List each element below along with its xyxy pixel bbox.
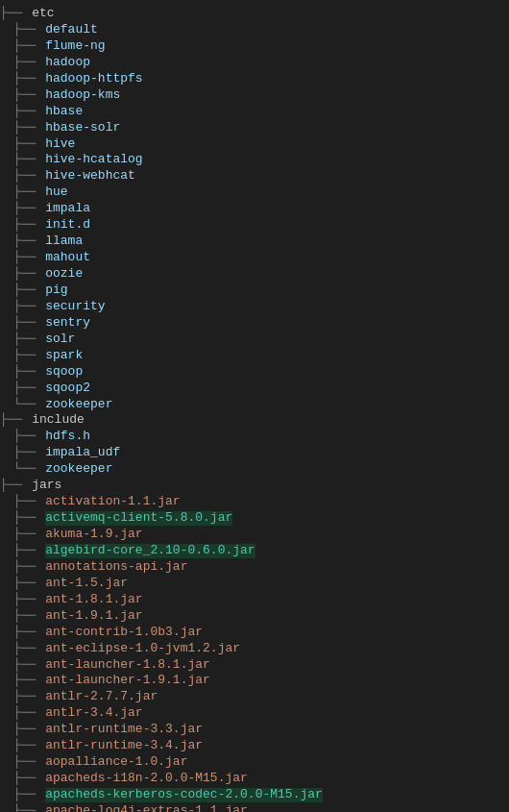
tree-item-antlr-2.7.7.jar[interactable]: ├── antlr-2.7.7.jar xyxy=(0,689,509,705)
tree-item-ant-launcher-1.8.1.jar[interactable]: ├── ant-launcher-1.8.1.jar xyxy=(0,657,509,674)
tree-item-hive-webhcat[interactable]: ├── hive-webhcat xyxy=(0,168,509,185)
tree-item-ant-1.5.jar[interactable]: ├── ant-1.5.jar xyxy=(0,576,509,592)
item-label[interactable]: algebird-core_2.10-0.6.0.jar xyxy=(45,544,254,558)
tree-item-ant-1.9.1.jar[interactable]: ├── ant-1.9.1.jar xyxy=(0,608,509,625)
tree-item-hive[interactable]: ├── hive xyxy=(0,136,509,153)
item-label[interactable]: flume-ng xyxy=(45,39,105,54)
item-label[interactable]: apacheds-kerberos-codec-2.0.0-M15.jar xyxy=(45,788,323,802)
tree-item-apacheds-kerberos-codec-2.0.0-M15.jar[interactable]: ├── apacheds-kerberos-codec-2.0.0-M15.ja… xyxy=(0,787,509,803)
item-label[interactable]: annotations-api.jar xyxy=(45,560,187,575)
tree-item-hbase[interactable]: ├── hbase xyxy=(0,104,509,120)
item-label[interactable]: hadoop-httpfs xyxy=(45,72,142,86)
tree-item-init.d[interactable]: ├── init.d xyxy=(0,217,509,234)
item-label[interactable]: antlr-runtime-3.3.jar xyxy=(45,723,203,737)
tree-item-include[interactable]: ├── include xyxy=(0,412,509,429)
item-label[interactable]: ant-contrib-1.0b3.jar xyxy=(45,626,203,640)
item-label[interactable]: ant-1.9.1.jar xyxy=(45,609,142,624)
item-label[interactable]: llama xyxy=(45,234,83,249)
tree-item-sqoop2[interactable]: ├── sqoop2 xyxy=(0,381,509,397)
tree-item-ant-contrib-1.0b3.jar[interactable]: ├── ant-contrib-1.0b3.jar xyxy=(0,625,509,641)
tree-item-llama[interactable]: ├── llama xyxy=(0,234,509,250)
item-label[interactable]: hbase-solr xyxy=(45,121,120,135)
item-label[interactable]: antlr-runtime-3.4.jar xyxy=(45,739,203,753)
tree-item-akuma-1.9.jar[interactable]: ├── akuma-1.9.jar xyxy=(0,527,509,543)
item-label[interactable]: jars xyxy=(32,479,61,493)
item-label[interactable]: include xyxy=(32,413,85,428)
tree-item-ant-eclipse-1.0-jvm1.2.jar[interactable]: ├── ant-eclipse-1.0-jvm1.2.jar xyxy=(0,641,509,657)
item-label[interactable]: mahout xyxy=(45,251,90,265)
item-label[interactable]: ant-launcher-1.9.1.jar xyxy=(45,674,210,688)
tree-item-flume-ng[interactable]: ├── flume-ng xyxy=(0,38,509,55)
item-label[interactable]: sqoop2 xyxy=(45,381,90,396)
item-label[interactable]: impala_udf xyxy=(45,446,120,460)
tree-item-antlr-runtime-3.3.jar[interactable]: ├── antlr-runtime-3.3.jar xyxy=(0,722,509,738)
tree-item-default[interactable]: ├── default xyxy=(0,22,509,38)
tree-item-impala[interactable]: ├── impala xyxy=(0,201,509,217)
tree-item-spark[interactable]: ├── spark xyxy=(0,348,509,364)
tree-item-pig[interactable]: ├── pig xyxy=(0,283,509,299)
item-label[interactable]: default xyxy=(45,23,98,37)
item-label[interactable]: ant-1.5.jar xyxy=(45,577,128,591)
tree-item-apache-log4j-extras-1.1.jar[interactable]: ├── apache-log4j-extras-1.1.jar xyxy=(0,803,509,812)
item-label[interactable]: hdfs.h xyxy=(45,430,90,444)
item-label[interactable]: ant-1.8.1.jar xyxy=(45,593,142,607)
tree-item-sentry[interactable]: ├── sentry xyxy=(0,315,509,332)
tree-item-hbase-solr[interactable]: ├── hbase-solr xyxy=(0,120,509,136)
tree-item-security[interactable]: ├── security xyxy=(0,299,509,315)
tree-item-aopalliance-1.0.jar[interactable]: ├── aopalliance-1.0.jar xyxy=(0,754,509,771)
tree-item-antlr-3.4.jar[interactable]: ├── antlr-3.4.jar xyxy=(0,705,509,722)
tree-item-activemq-client-5.8.0.jar[interactable]: ├── activemq-client-5.8.0.jar xyxy=(0,510,509,527)
item-label[interactable]: zookeeper xyxy=(45,462,112,477)
item-label[interactable]: akuma-1.9.jar xyxy=(45,528,142,542)
item-label[interactable]: activemq-client-5.8.0.jar xyxy=(45,511,232,526)
item-label[interactable]: hadoop-kms xyxy=(45,88,120,103)
tree-item-hadoop[interactable]: ├── hadoop xyxy=(0,55,509,71)
item-label[interactable]: hive xyxy=(45,137,75,152)
item-label[interactable]: zookeeper xyxy=(45,398,112,412)
item-label[interactable]: antlr-3.4.jar xyxy=(45,706,142,721)
tree-item-hue[interactable]: ├── hue xyxy=(0,185,509,201)
tree-item-zookeeper-include[interactable]: └── zookeeper xyxy=(0,461,509,478)
item-label[interactable]: hbase xyxy=(45,105,83,119)
tree-item-zookeeper-etc[interactable]: └── zookeeper xyxy=(0,397,509,413)
tree-item-activation-1.1.jar[interactable]: ├── activation-1.1.jar xyxy=(0,494,509,510)
item-label[interactable]: hue xyxy=(45,185,67,200)
tree-item-solr[interactable]: ├── solr xyxy=(0,332,509,348)
tree-item-hdfs.h[interactable]: ├── hdfs.h xyxy=(0,429,509,445)
item-label[interactable]: sqoop xyxy=(45,365,83,380)
item-label[interactable]: init.d xyxy=(45,218,90,233)
item-label[interactable]: pig xyxy=(45,283,67,298)
item-label[interactable]: antlr-2.7.7.jar xyxy=(45,690,158,704)
tree-item-jars[interactable]: ├── jars xyxy=(0,478,509,494)
tree-item-antlr-runtime-3.4.jar[interactable]: ├── antlr-runtime-3.4.jar xyxy=(0,738,509,754)
item-label[interactable]: impala xyxy=(45,202,90,216)
item-label[interactable]: apache-log4j-extras-1.1.jar xyxy=(45,804,248,812)
tree-item-sqoop[interactable]: ├── sqoop xyxy=(0,364,509,381)
tree-item-hadoop-kms[interactable]: ├── hadoop-kms xyxy=(0,87,509,104)
item-label[interactable]: aopalliance-1.0.jar xyxy=(45,755,187,770)
item-label[interactable]: oozie xyxy=(45,267,83,282)
item-label[interactable]: security xyxy=(45,300,105,314)
tree-item-apacheds-i18n-2.0.0-M15.jar[interactable]: ├── apacheds-i18n-2.0.0-M15.jar xyxy=(0,771,509,787)
item-label[interactable]: hive-webhcat xyxy=(45,169,135,184)
item-label[interactable]: solr xyxy=(45,332,75,347)
item-label[interactable]: apacheds-i18n-2.0.0-M15.jar xyxy=(45,772,248,786)
tree-item-oozie[interactable]: ├── oozie xyxy=(0,266,509,283)
tree-item-mahout[interactable]: ├── mahout xyxy=(0,250,509,266)
item-label[interactable]: ant-eclipse-1.0-jvm1.2.jar xyxy=(45,642,240,656)
tree-item-algebird-core_2.10-0.6.0.jar[interactable]: ├── algebird-core_2.10-0.6.0.jar xyxy=(0,543,509,559)
tree-item-hive-hcatalog[interactable]: ├── hive-hcatalog xyxy=(0,152,509,168)
item-label[interactable]: etc xyxy=(32,7,54,21)
tree-item-impala_udf[interactable]: ├── impala_udf xyxy=(0,445,509,461)
tree-item-etc[interactable]: ├── etc xyxy=(0,6,509,22)
item-label[interactable]: hive-hcatalog xyxy=(45,153,142,167)
item-label[interactable]: activation-1.1.jar xyxy=(45,495,180,509)
item-label[interactable]: spark xyxy=(45,349,83,363)
tree-item-hadoop-httpfs[interactable]: ├── hadoop-httpfs xyxy=(0,71,509,87)
tree-item-annotations-api.jar[interactable]: ├── annotations-api.jar xyxy=(0,559,509,576)
tree-item-ant-launcher-1.9.1.jar[interactable]: ├── ant-launcher-1.9.1.jar xyxy=(0,673,509,689)
item-label[interactable]: sentry xyxy=(45,316,90,331)
item-label[interactable]: hadoop xyxy=(45,56,90,70)
tree-item-ant-1.8.1.jar[interactable]: ├── ant-1.8.1.jar xyxy=(0,592,509,608)
item-label[interactable]: ant-launcher-1.8.1.jar xyxy=(45,658,210,673)
